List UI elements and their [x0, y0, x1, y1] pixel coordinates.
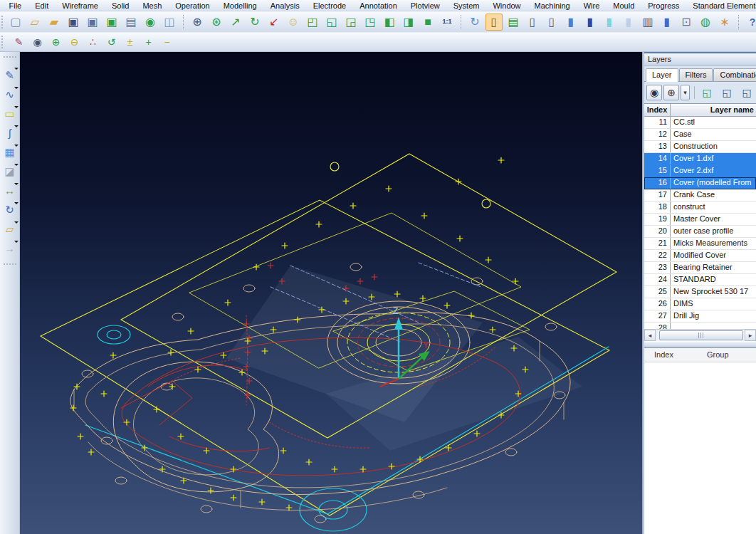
menu-item[interactable]: Standard Elements: [686, 1, 756, 10]
select-edge-icon[interactable]: ◱: [739, 85, 755, 100]
layers-tab[interactable]: Layer: [646, 68, 678, 82]
iso-view-icon[interactable]: ☺: [285, 14, 302, 31]
scroll-left-arrow[interactable]: ◂: [644, 330, 656, 341]
layer-row[interactable]: 13 Construction: [644, 141, 756, 153]
refresh-view-icon[interactable]: ↻: [466, 14, 483, 31]
clipart-tool-icon[interactable]: ▱: [1, 221, 19, 237]
menu-item[interactable]: Operation: [169, 1, 216, 10]
scale-down-icon[interactable]: ↙: [266, 14, 283, 31]
rectangle-tool-icon[interactable]: ▭: [1, 105, 19, 122]
menu-item[interactable]: Solid: [105, 1, 135, 10]
show-minus-icon[interactable]: −: [159, 35, 175, 50]
forward-tool-icon[interactable]: →: [1, 240, 19, 256]
view-top-icon[interactable]: ◰: [304, 14, 321, 31]
show-refresh-icon[interactable]: ↺: [103, 35, 120, 50]
surface-tool-icon[interactable]: ▦: [1, 144, 19, 160]
preview-eye-icon[interactable]: ◉: [646, 85, 662, 100]
menu-item[interactable]: Wireframe: [56, 1, 105, 10]
cylinder-outline2-icon[interactable]: ▯: [543, 14, 560, 31]
menu-item[interactable]: Plotview: [404, 1, 446, 10]
zoom-in-out-icon[interactable]: ⊕: [189, 14, 206, 31]
view-bottom-icon[interactable]: ◱: [323, 14, 340, 31]
menu-item[interactable]: System: [446, 1, 486, 10]
toolbar-drag-handle[interactable]: [1, 16, 3, 28]
cylinder-cyan-icon[interactable]: ▮: [601, 14, 618, 31]
layer-row[interactable]: 20 outer case profile: [644, 226, 756, 238]
rotate-tool-icon[interactable]: ↻: [1, 201, 19, 218]
stretch-icon[interactable]: ↗: [227, 14, 244, 31]
cylinder-darkblue-icon[interactable]: ▮: [582, 14, 599, 31]
menu-item[interactable]: Mesh: [136, 1, 169, 10]
cylinder-pale-icon[interactable]: ▮: [620, 14, 637, 31]
layer-row[interactable]: 16 Cover (modelled From: [644, 177, 756, 189]
layer-row[interactable]: 14 Cover 1.dxf: [644, 153, 756, 165]
zoom-dropdown-icon[interactable]: ▾: [681, 85, 690, 100]
sketch-tool-icon[interactable]: ✎: [1, 67, 19, 83]
scrollbar-track[interactable]: [656, 330, 745, 341]
select-levels-icon[interactable]: ◱: [699, 85, 715, 100]
scroll-right-arrow[interactable]: ▸: [745, 330, 756, 341]
layer-row[interactable]: 24 STANDARD: [644, 274, 756, 286]
layer-row[interactable]: 12 Case: [644, 129, 756, 141]
layer-row[interactable]: 21 Micks Measurements: [644, 238, 756, 250]
print-preview-icon[interactable]: ◉: [142, 14, 159, 31]
layer-row[interactable]: 25 New Sprocket 530 17: [644, 286, 756, 298]
view-front-icon[interactable]: ◲: [342, 14, 359, 31]
cylinder-hatched-icon[interactable]: ▥: [639, 14, 656, 31]
panel-splitter[interactable]: [644, 341, 756, 347]
shading-edit-icon[interactable]: ✎: [11, 35, 27, 50]
toolbar-drag-handle[interactable]: [1, 36, 6, 48]
layer-row[interactable]: 28: [644, 323, 756, 329]
menu-item[interactable]: Analysis: [263, 1, 306, 10]
column-header-index[interactable]: Index: [644, 104, 671, 116]
open-model-icon[interactable]: ▱: [26, 14, 43, 31]
layer-row[interactable]: 17 Crank Case: [644, 189, 756, 201]
column-header-index[interactable]: Index: [644, 348, 707, 362]
toolbar-drag-handle[interactable]: [4, 56, 16, 61]
show-plus-icon[interactable]: +: [140, 35, 157, 50]
menu-item[interactable]: Annotation: [353, 1, 404, 10]
viewport[interactable]: Z Y: [20, 52, 642, 534]
spline-tool-icon[interactable]: ∫: [1, 125, 19, 141]
cylinder-outline-icon[interactable]: ▯: [524, 14, 541, 31]
cylinder-blue-icon[interactable]: ▮: [562, 14, 579, 31]
menu-item[interactable]: File: [2, 1, 28, 10]
layer-row[interactable]: 27 Drill Jig: [644, 310, 756, 323]
save-as-icon[interactable]: ▣: [84, 14, 101, 31]
column-header-layer-name[interactable]: Layer name: [671, 104, 756, 116]
menu-item[interactable]: Electrode: [306, 1, 352, 10]
layers-tab[interactable]: Combinations: [713, 68, 756, 81]
menu-item[interactable]: Wire: [577, 1, 607, 10]
solid-tool-icon[interactable]: ◪: [1, 163, 19, 179]
view-right-icon[interactable]: ◨: [400, 14, 417, 31]
toolbar-drag-handle[interactable]: [4, 263, 16, 268]
refresh-icon[interactable]: ↻: [246, 14, 263, 31]
layer-row[interactable]: 18 construct: [644, 201, 756, 214]
column-header-group[interactable]: Group: [707, 348, 756, 362]
view-left-icon[interactable]: ◧: [381, 14, 398, 31]
show-plusminus-icon[interactable]: ±: [122, 35, 138, 50]
split-view-icon[interactable]: ◫: [161, 14, 178, 31]
menu-item[interactable]: Edit: [28, 1, 56, 10]
save-update-icon[interactable]: ▣: [103, 14, 120, 31]
dimension-tool-icon[interactable]: ↔: [1, 182, 19, 199]
view-iso-cube-icon[interactable]: ■: [419, 14, 436, 31]
menu-item[interactable]: Mould: [607, 1, 641, 10]
menu-item[interactable]: Machining: [527, 1, 577, 10]
level-status-icon[interactable]: ∴: [85, 35, 101, 50]
layer-row[interactable]: 15 Cover 2.dxf: [644, 165, 756, 177]
web-tools-icon[interactable]: ◍: [697, 14, 714, 31]
layer-row[interactable]: 26 DIMS: [644, 298, 756, 310]
layers-tab[interactable]: Filters: [679, 68, 713, 81]
cylinder-copy-icon[interactable]: ▮: [658, 14, 676, 31]
model-fix-icon[interactable]: ⊡: [678, 14, 695, 31]
menu-item[interactable]: Progress: [641, 1, 686, 10]
level-doc-icon[interactable]: ◉: [29, 35, 46, 50]
show-add-icon[interactable]: ⊕: [48, 35, 64, 50]
new-model-icon[interactable]: ▢: [7, 14, 24, 31]
scrollbar-thumb[interactable]: [659, 330, 743, 340]
open-component-icon[interactable]: ▰: [46, 14, 63, 31]
active-workplane-icon[interactable]: ▯: [485, 14, 503, 31]
menu-item[interactable]: Window: [486, 1, 527, 10]
grab-select-icon[interactable]: ∗: [716, 14, 733, 31]
